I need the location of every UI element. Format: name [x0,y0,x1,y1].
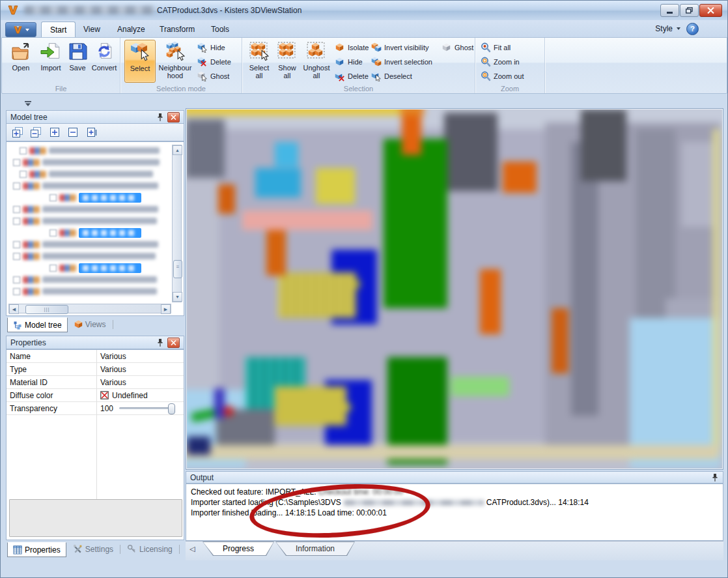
node-icon [23,253,40,260]
invert-visibility-button[interactable]: Invert visibility [371,42,428,53]
import-button[interactable]: Import [37,40,64,72]
tab-start[interactable]: Start [41,22,76,38]
vertical-scrollbar[interactable]: ▲ ≡ ▼ [172,145,182,302]
tab-model-tree[interactable]: Model tree [7,317,68,332]
application-menu-button[interactable] [5,22,36,37]
style-menu[interactable]: Style [655,24,680,33]
tab-progress[interactable]: Progress [203,542,274,556]
tree-row[interactable] [9,156,171,168]
fit-all-button[interactable]: Fit all [481,42,511,53]
expander-icon[interactable] [49,194,57,201]
scroll-right-button[interactable]: ▶ [161,304,171,314]
expander-icon[interactable] [20,147,27,154]
tree-row[interactable] [9,145,171,156]
minimize-button[interactable] [660,4,679,17]
pin-button[interactable] [156,113,164,122]
tab-licensing[interactable]: Licensing [122,542,178,556]
property-row-type[interactable]: Type Various [7,363,184,376]
expander-icon[interactable] [13,288,20,295]
close-button[interactable] [699,4,722,17]
deselect-button[interactable]: Deselect [371,70,412,82]
hide-mode-button[interactable]: Hide [197,42,225,53]
zoom-in-button[interactable]: Zoom in [481,56,520,68]
tab-tools[interactable]: Tools [203,22,238,37]
invert-selection-button[interactable]: Invert selection [371,56,432,68]
dock-collapse-button[interactable] [24,98,32,109]
expander-icon[interactable] [13,206,20,213]
select-mode-button[interactable]: Select [124,40,156,83]
tab-settings[interactable]: Settings [68,542,119,556]
title-bar[interactable]: CATProduct.3dvs - Kisters 3DViewStation [1,1,728,21]
help-button[interactable]: ? [686,23,699,35]
expander-icon[interactable] [13,241,20,248]
expander-icon[interactable] [49,229,57,237]
pin-button[interactable] [156,338,164,347]
open-button[interactable]: Open [6,40,36,72]
tab-transform[interactable]: Transform [151,22,203,37]
panel-close-button[interactable] [167,338,180,348]
expand-selected-button[interactable] [49,126,61,139]
save-button[interactable]: Save [64,40,91,72]
tree-row[interactable] [9,203,171,215]
delete-button[interactable]: Delete [335,70,369,82]
delete-mode-button[interactable]: Delete [197,56,231,68]
tree-row[interactable] [9,215,171,227]
tab-analyze[interactable]: Analyze [109,22,154,37]
tree-row-selected[interactable] [9,192,171,203]
expand-level-button[interactable] [86,126,98,139]
tree-row[interactable] [9,285,171,297]
transparency-slider[interactable] [119,407,174,409]
tab-information[interactable]: Information [275,542,355,556]
scroll-up-button[interactable]: ▲ [173,145,182,155]
scroll-left-button[interactable]: ◀ [9,304,19,314]
convert-button[interactable]: Convert [89,40,119,72]
ghost-button[interactable]: Ghost [441,42,473,53]
expander-icon[interactable] [13,182,20,190]
tree-row-selected[interactable] [9,227,171,238]
expander-icon[interactable] [20,171,27,178]
tree-row[interactable] [9,180,171,192]
panel-close-button[interactable] [167,112,180,123]
3d-viewport[interactable] [186,108,723,470]
scroll-tabs-left-button[interactable]: ◁ [189,545,195,553]
hide-button[interactable]: Hide [335,56,363,68]
tab-view[interactable]: View [75,22,109,37]
property-row-transparency[interactable]: Transparency 100 [7,402,184,415]
unghost-all-button[interactable]: Unghost all [301,40,332,79]
scroll-down-button[interactable]: ▼ [173,292,182,302]
tree-row[interactable] [9,274,171,285]
restore-button[interactable] [680,4,699,17]
tab-label: Properties [25,545,61,555]
select-all-button[interactable]: Select all [245,40,273,79]
tree-row[interactable] [9,250,171,262]
expander-icon[interactable] [49,265,57,272]
show-all-button[interactable]: Show all [274,40,300,79]
tab-properties[interactable]: Properties [7,542,66,557]
horizontal-scrollbar[interactable]: ◀ ||| ▶ [8,304,171,313]
output-log[interactable]: Checked out feature: IMPORT_ALL. Checkou… [186,484,723,541]
expander-icon[interactable] [13,276,20,283]
zoom-out-button[interactable]: Zoom out [481,70,524,82]
scroll-thumb[interactable]: ||| [25,305,68,314]
collapse-selected-button[interactable] [67,126,79,139]
expand-all-button[interactable] [12,126,24,139]
expander-icon[interactable] [13,159,20,166]
property-row-material-id[interactable]: Material ID Various [7,376,184,389]
neighbourhood-button[interactable]: Neighbour hood [157,40,193,79]
slider-thumb[interactable] [168,403,175,414]
scroll-thumb[interactable]: ≡ [173,260,182,278]
tree-row[interactable] [9,238,171,250]
pin-button[interactable] [711,473,719,482]
ghost-mode-button[interactable]: Ghost [197,70,229,82]
isolate-button[interactable]: Isolate [335,42,369,53]
collapse-all-button[interactable] [30,126,42,139]
tree-row-selected[interactable] [9,262,171,274]
property-row-diffuse-color[interactable]: Diffuse color Undefined [7,389,184,402]
restore-icon [686,7,693,14]
tab-views[interactable]: Views [69,317,111,331]
tree-row[interactable] [9,168,171,180]
expander-icon[interactable] [13,253,20,260]
expander-icon[interactable] [13,218,20,225]
property-row-name[interactable]: Name Various [7,350,184,363]
model-tree[interactable]: ▲ ≡ ▼ ◀ ||| ▶ [6,141,184,316]
